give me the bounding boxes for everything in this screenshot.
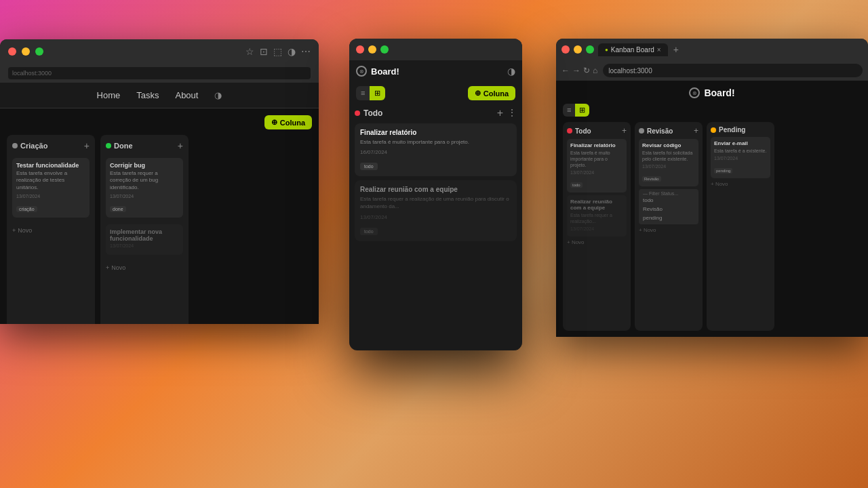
filter-item-todo[interactable]: todo [643,196,694,205]
card-date-impl: 13/07/2024 [110,243,179,248]
nav-about[interactable]: About [175,90,198,100]
right-card-desc-2: Esta tarefa requer a realização... [570,212,623,224]
window-left: ☆ ⊡ ⬚ ◑ ⋯ localhost:3000 Home Tasks Abou… [0,39,319,324]
right-card-title-4: Enviar e-mail [714,140,767,146]
kanban-col-criacao: Criação + Testar funcionalidade Esta tar… [7,135,95,324]
right-board-name: Board! [704,87,734,98]
center-card-desc-2: Esta tarefa requer a realização de uma r… [360,195,511,210]
window-center: ⊗ Board! ◑ ≡ ⊞ ⊕ Coluna Todo + ⋮ Fi [349,39,522,350]
right-view-toggles: ≡ ⊞ [563,104,589,117]
tab-close-btn[interactable]: × [657,46,661,54]
view-toggles-center: ≡ ⊞ [356,86,385,100]
center-card-date-1: 16/07/2024 [360,149,511,155]
forward-btn[interactable]: → [572,66,580,75]
min-button-right[interactable] [574,45,582,54]
card-date-bug: 13/07/2024 [110,194,179,199]
more-icon[interactable]: ⋯ [301,46,311,57]
right-card-date-3: 13/07/2024 [642,164,695,169]
col-header-criacao: Criação + [12,140,90,151]
right-card-reuniao[interactable]: Realizar reunião com a equipe Esta taref… [567,195,627,237]
address-bar-left: localhost:3000 [0,64,319,83]
filter-item-revisao[interactable]: Revisão [643,205,694,214]
add-column-button-center[interactable]: ⊕ Coluna [468,86,515,100]
board-area-left: ⊕ Coluna Criação + Testar funcionalidade… [0,108,319,324]
filter-item-pending[interactable]: pending [643,214,694,222]
right-card-tag-1: todo [570,182,583,188]
right-col-revisao: Revisão + Revisar código Esta tarefa foi… [635,122,703,331]
tab-favicon: ● [605,47,608,53]
right-card-email[interactable]: Enviar e-mail Esta tarefa é a existente.… [711,137,770,178]
right-col-add-todo[interactable]: + [622,126,627,136]
add-new-done[interactable]: +Novo [106,264,183,271]
right-filter-label: — Filter Status... [643,191,694,196]
col-add-done[interactable]: + [178,140,183,151]
address-input-left[interactable]: localhost:3000 [8,67,311,79]
right-add-new-revisao[interactable]: + Novo [639,227,698,233]
cast-icon[interactable]: ⊡ [260,46,268,57]
min-button-center[interactable] [368,45,376,54]
right-card-title-2: Realizar reunião com a equipe [570,199,623,211]
right-add-new-pending[interactable]: + Novo [711,181,770,187]
center-card-tag-2: todo [360,228,378,235]
titlebar-center [349,39,522,60]
right-dot-todo [567,128,572,134]
moon-icon[interactable]: ◑ [507,66,515,77]
home-btn[interactable]: ⌂ [593,66,597,75]
right-col-header-todo: Todo + [567,126,627,136]
right-card-relatorio[interactable]: Finalizar relatório Esta tarefa é muito … [567,139,627,192]
list-view-btn[interactable]: ≡ [356,86,370,100]
center-card-tag-1: todo [360,163,378,170]
dot-todo-center [355,110,360,116]
board-title-row: ⊗ Board! [356,66,399,77]
board-header-left: ⊕ Coluna [7,115,312,129]
col-more-todo[interactable]: ⋮ [507,107,517,119]
add-column-button-left[interactable]: ⊕ Coluna [264,115,312,129]
nav-home[interactable]: Home [97,90,121,100]
max-button-right[interactable] [586,45,594,54]
close-button-center[interactable] [356,45,364,54]
card-bug[interactable]: Corrigir bug Esta tarefa requer a correç… [106,158,183,218]
close-button-right[interactable] [561,45,570,54]
right-list-view[interactable]: ≡ [563,104,575,117]
tab-label: Kanban Board [611,46,654,54]
right-card-desc-3: Esta tarefa foi solicitada pelo cliente … [642,150,695,162]
tab-kanban[interactable]: ● Kanban Board × [598,43,668,56]
card-tag: criação [16,206,37,212]
tab-bar: ● Kanban Board × + [598,43,863,56]
right-card-desc-1: Esta tarefa é muito importante para o pr… [570,150,623,168]
right-card-date-1: 13/07/2024 [570,170,623,175]
back-btn[interactable]: ← [561,66,570,75]
right-grid-view[interactable]: ⊞ [575,104,589,117]
theme-icon[interactable]: ◑ [288,46,296,57]
add-new-criacao[interactable]: +Novo [12,227,90,234]
reload-btn[interactable]: ↻ [583,66,590,75]
col-add-criacao[interactable]: + [84,140,90,151]
pip-icon[interactable]: ⬚ [273,46,282,57]
col-add-todo[interactable]: + [497,107,503,119]
min-button-left[interactable] [22,47,30,56]
board-icon-right: ⊗ [689,87,700,98]
center-card-title-2: Realizar reunião com a equipe [360,186,511,193]
grid-view-btn[interactable]: ⊞ [370,86,385,100]
right-add-new-todo[interactable]: + Novo [567,239,627,245]
nav-tasks[interactable]: Tasks [136,90,159,100]
bookmark-icon[interactable]: ☆ [245,46,254,57]
max-button-left[interactable] [35,47,43,56]
max-button-center[interactable] [380,45,389,54]
center-card-relatorio[interactable]: Finalizar relatório Esta tarefa é muito … [355,123,517,176]
right-card-tag-3: Revisão [642,176,661,182]
right-filter-panel: — Filter Status... todo Revisão pending [639,189,698,224]
right-col-header-pending: Pending [711,126,770,134]
nav-theme-icon[interactable]: ◑ [214,90,222,100]
center-card-reuniao[interactable]: Realizar reunião com a equipe Esta taref… [355,180,517,241]
address-bar-right[interactable]: localhost:3000 [603,64,863,77]
card-tag-bug: done [110,206,126,212]
close-button-left[interactable] [8,47,16,56]
right-content: ⊗ Board! ≡ ⊞ Todo + Finalizar [556,81,868,337]
right-col-add-revisao[interactable]: + [694,126,698,136]
new-tab-btn[interactable]: + [673,44,679,55]
card-testar[interactable]: Testar funcionalidade Esta tarefa envolv… [12,158,90,218]
card-impl[interactable]: Implementar nova funcionalidade 13/07/20… [106,224,183,255]
right-card-codigo[interactable]: Revisar código Esta tarefa foi solicitad… [639,139,698,186]
plus-icon-center: ⊕ [475,89,481,98]
